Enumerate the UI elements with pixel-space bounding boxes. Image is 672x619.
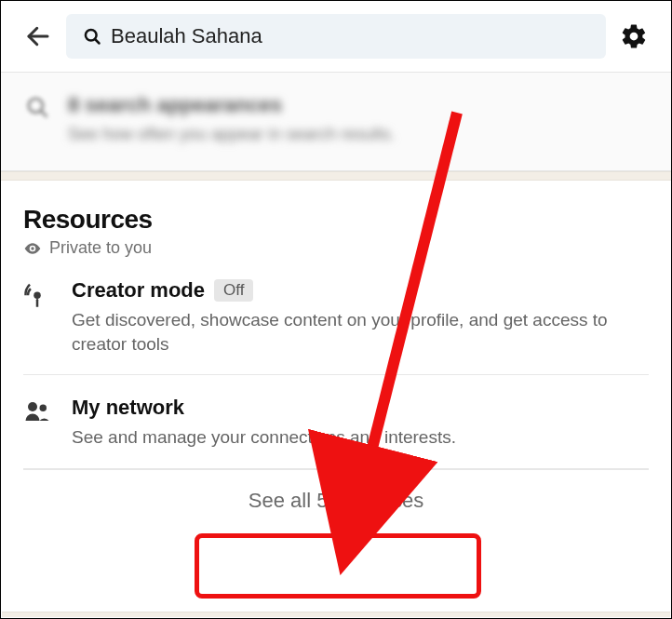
svg-point-5 — [34, 292, 41, 300]
annotation-highlight-box — [195, 533, 481, 599]
resources-privacy-label: Private to you — [23, 238, 649, 258]
resources-title: Resources — [23, 205, 649, 235]
broadcast-icon — [23, 278, 53, 356]
search-appearances-card[interactable]: 8 search appearances See how often you a… — [1, 72, 671, 171]
see-all-resources-row: See all 5 resources — [23, 469, 649, 532]
svg-point-7 — [40, 405, 47, 412]
search-icon — [83, 27, 101, 46]
creator-mode-status-badge: Off — [214, 279, 253, 302]
top-bar: Beaulah Sahana — [1, 1, 671, 72]
resource-item-description: Get discovered, showcase content on your… — [72, 308, 649, 356]
svg-line-2 — [95, 39, 100, 44]
search-input[interactable]: Beaulah Sahana — [66, 14, 606, 59]
resources-privacy-text: Private to you — [49, 238, 152, 258]
resource-item-my-network[interactable]: My network See and manage your connectio… — [23, 375, 649, 469]
section-divider — [2, 612, 670, 617]
resource-item-creator-mode[interactable]: Creator mode Off Get discovered, showcas… — [23, 258, 649, 375]
arrow-left-icon — [24, 22, 52, 50]
resource-item-title: My network — [72, 396, 184, 420]
settings-button[interactable] — [615, 18, 652, 55]
gear-icon — [620, 22, 648, 50]
resource-item-title: Creator mode — [72, 278, 205, 303]
resources-section: Resources Private to you Creator mode Of… — [1, 181, 671, 532]
search-appearances-subtitle: See how often you appear in search resul… — [68, 125, 395, 144]
eye-icon — [23, 239, 42, 258]
svg-point-6 — [28, 402, 37, 411]
back-button[interactable] — [20, 18, 57, 55]
search-appearances-text: 8 search appearances See how often you a… — [68, 93, 395, 144]
section-divider — [1, 171, 671, 181]
resource-item-description: See and manage your connections and inte… — [72, 425, 649, 450]
svg-line-4 — [41, 111, 47, 116]
search-value: Beaulah Sahana — [111, 24, 262, 48]
people-icon — [23, 396, 53, 450]
search-appearances-title: 8 search appearances — [68, 93, 395, 117]
see-all-resources-button[interactable]: See all 5 resources — [249, 489, 423, 513]
search-icon — [25, 95, 49, 123]
